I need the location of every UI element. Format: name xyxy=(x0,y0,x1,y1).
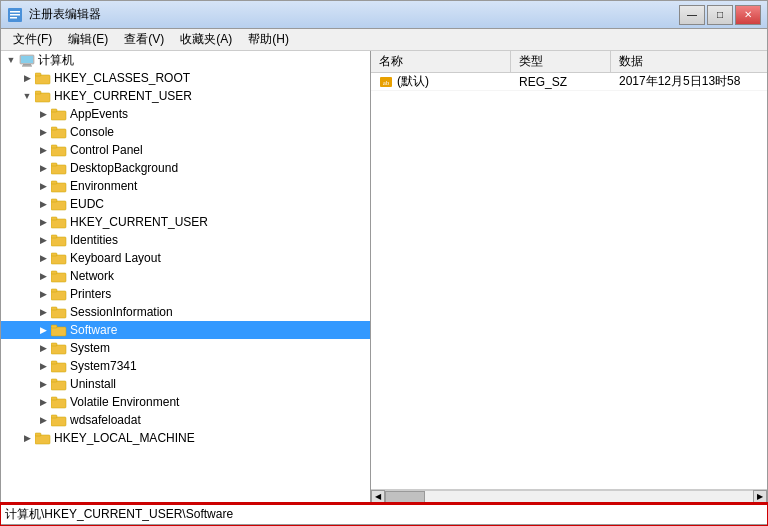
window-controls: — □ ✕ xyxy=(679,5,761,25)
tree-node-hkcu[interactable]: ▼ HKEY_CURRENT_USER xyxy=(1,87,370,105)
svg-rect-34 xyxy=(51,309,66,318)
expand-icon-keyboardlayout[interactable]: ▶ xyxy=(35,250,51,266)
status-text: 计算机\HKEY_CURRENT_USER\Software xyxy=(5,506,233,523)
svg-rect-23 xyxy=(51,199,57,202)
tree-node-identities[interactable]: ▶ Identities xyxy=(1,231,370,249)
tree-node-console[interactable]: ▶ Console xyxy=(1,123,370,141)
main-area: ▼ 计算机 ▶ xyxy=(1,51,767,503)
expand-icon-appevents[interactable]: ▶ xyxy=(35,106,51,122)
col-header-type[interactable]: 类型 xyxy=(511,51,611,72)
expand-icon-uninstall[interactable]: ▶ xyxy=(35,376,51,392)
svg-rect-2 xyxy=(10,14,20,16)
expand-icon-console[interactable]: ▶ xyxy=(35,124,51,140)
minimize-button[interactable]: — xyxy=(679,5,705,25)
folder-icon-wdsafe xyxy=(51,413,67,427)
node-label-wdsafe: wdsafeloadat xyxy=(70,413,141,427)
tree-node-network[interactable]: ▶ Network xyxy=(1,267,370,285)
menu-file[interactable]: 文件(F) xyxy=(5,29,60,50)
status-bar: 计算机\HKEY_CURRENT_USER\Software xyxy=(1,503,767,525)
folder-icon-uninstall xyxy=(51,377,67,391)
tree-node-computer[interactable]: ▼ 计算机 xyxy=(1,51,370,69)
tree-node-hkcu2[interactable]: ▶ HKEY_CURRENT_USER xyxy=(1,213,370,231)
expand-icon-environment[interactable]: ▶ xyxy=(35,178,51,194)
node-label-eudc: EUDC xyxy=(70,197,104,211)
expand-icon-computer[interactable]: ▼ xyxy=(3,52,19,68)
expand-icon-system[interactable]: ▶ xyxy=(35,340,51,356)
expand-icon-hkcu2[interactable]: ▶ xyxy=(35,214,51,230)
scroll-left-btn[interactable]: ◀ xyxy=(371,490,385,504)
svg-rect-1 xyxy=(10,11,20,13)
node-label-hkcu2: HKEY_CURRENT_USER xyxy=(70,215,208,229)
expand-icon-printers[interactable]: ▶ xyxy=(35,286,51,302)
expand-icon-wdsafe[interactable]: ▶ xyxy=(35,412,51,428)
menu-view[interactable]: 查看(V) xyxy=(116,29,172,50)
svg-rect-29 xyxy=(51,253,57,256)
expand-icon-desktopbg[interactable]: ▶ xyxy=(35,160,51,176)
close-button[interactable]: ✕ xyxy=(735,5,761,25)
tree-node-uninstall[interactable]: ▶ Uninstall xyxy=(1,375,370,393)
folder-icon-hkcr xyxy=(35,71,51,85)
folder-icon-keyboardlayout xyxy=(51,251,67,265)
svg-rect-24 xyxy=(51,219,66,228)
folder-icon-volatile xyxy=(51,395,67,409)
tree-node-volatile[interactable]: ▶ Volatile Environment xyxy=(1,393,370,411)
expand-icon-hkcr[interactable]: ▶ xyxy=(19,70,35,86)
tree-node-appevents[interactable]: ▶ AppEvents xyxy=(1,105,370,123)
tree-node-wdsafe[interactable]: ▶ wdsafeloadat xyxy=(1,411,370,429)
tree-node-system7341[interactable]: ▶ System7341 xyxy=(1,357,370,375)
tree-node-eudc[interactable]: ▶ EUDC xyxy=(1,195,370,213)
col-header-name[interactable]: 名称 xyxy=(371,51,511,72)
tree-node-hkcr[interactable]: ▶ HKEY_CLASSES_ROOT xyxy=(1,69,370,87)
svg-rect-22 xyxy=(51,201,66,210)
expand-icon-volatile[interactable]: ▶ xyxy=(35,394,51,410)
svg-rect-38 xyxy=(51,345,66,354)
scroll-track[interactable] xyxy=(385,490,753,503)
node-label-hklm: HKEY_LOCAL_MACHINE xyxy=(54,431,195,445)
tree-pane[interactable]: ▼ 计算机 ▶ xyxy=(1,51,371,503)
scroll-right-btn[interactable]: ▶ xyxy=(753,490,767,504)
scroll-thumb[interactable] xyxy=(385,491,425,503)
detail-row[interactable]: ab (默认) REG_SZ 2017年12月5日13时58 xyxy=(371,73,767,91)
expand-icon-controlpanel[interactable]: ▶ xyxy=(35,142,51,158)
maximize-button[interactable]: □ xyxy=(707,5,733,25)
expand-icon-sessioninfo[interactable]: ▶ xyxy=(35,304,51,320)
menu-edit[interactable]: 编辑(E) xyxy=(60,29,116,50)
svg-rect-43 xyxy=(51,379,57,382)
tree-node-controlpanel[interactable]: ▶ Control Panel xyxy=(1,141,370,159)
svg-rect-9 xyxy=(35,73,41,76)
menu-help[interactable]: 帮助(H) xyxy=(240,29,297,50)
node-label-hkcu: HKEY_CURRENT_USER xyxy=(54,89,192,103)
expand-icon-identities[interactable]: ▶ xyxy=(35,232,51,248)
svg-rect-45 xyxy=(51,397,57,400)
node-label-keyboardlayout: Keyboard Layout xyxy=(70,251,161,265)
svg-rect-10 xyxy=(35,93,50,102)
expand-icon-network[interactable]: ▶ xyxy=(35,268,51,284)
svg-rect-35 xyxy=(51,307,57,310)
tree-node-environment[interactable]: ▶ Environment xyxy=(1,177,370,195)
expand-icon-system7341[interactable]: ▶ xyxy=(35,358,51,374)
tree-node-desktopbg[interactable]: ▶ DesktopBackground xyxy=(1,159,370,177)
svg-rect-41 xyxy=(51,361,57,364)
tree-node-keyboardlayout[interactable]: ▶ Keyboard Layout xyxy=(1,249,370,267)
node-label-system7341: System7341 xyxy=(70,359,137,373)
svg-rect-25 xyxy=(51,217,57,220)
tree-node-hklm[interactable]: ▶ HKEY_LOCAL_MACHINE xyxy=(1,429,370,447)
col-header-data[interactable]: 数据 xyxy=(611,51,767,72)
expand-icon-hkcu[interactable]: ▼ xyxy=(19,88,35,104)
tree-node-software[interactable]: ▶ Software xyxy=(1,321,370,339)
node-label-system: System xyxy=(70,341,110,355)
expand-icon-software[interactable]: ▶ xyxy=(35,322,51,338)
menu-favorites[interactable]: 收藏夹(A) xyxy=(172,29,240,50)
svg-rect-20 xyxy=(51,183,66,192)
svg-rect-3 xyxy=(10,17,17,19)
tree-node-sessioninfo[interactable]: ▶ SessionInformation xyxy=(1,303,370,321)
svg-rect-17 xyxy=(51,145,57,148)
tree-node-system[interactable]: ▶ System xyxy=(1,339,370,357)
detail-header: 名称 类型 数据 xyxy=(371,51,767,73)
tree-node-printers[interactable]: ▶ Printers xyxy=(1,285,370,303)
svg-rect-37 xyxy=(51,325,57,328)
expand-icon-eudc[interactable]: ▶ xyxy=(35,196,51,212)
node-label-desktopbg: DesktopBackground xyxy=(70,161,178,175)
expand-icon-hklm[interactable]: ▶ xyxy=(19,430,35,446)
horizontal-scrollbar[interactable]: ◀ ▶ xyxy=(371,489,767,503)
